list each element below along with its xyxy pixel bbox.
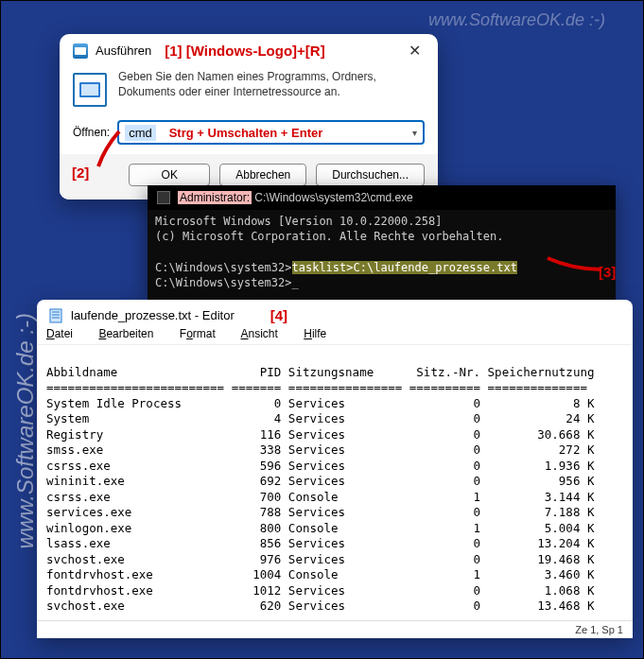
arrow-icon xyxy=(540,249,606,277)
notepad-menubar: Datei Bearbeiten Format Ansicht Hilfe xyxy=(37,327,633,344)
svg-rect-4 xyxy=(81,84,98,95)
open-hint: Strg + Umschalten + Enter xyxy=(169,126,323,140)
menu-ansicht[interactable]: Ansicht xyxy=(240,327,288,340)
menu-format[interactable]: Format xyxy=(180,327,227,340)
close-icon[interactable]: ✕ xyxy=(401,42,428,60)
chevron-down-icon[interactable]: ▾ xyxy=(412,128,417,138)
ok-button[interactable]: OK xyxy=(129,164,210,186)
run-description: Geben Sie den Namen eines Programms, Ord… xyxy=(118,69,425,107)
annotation-2: [2] xyxy=(72,165,89,181)
open-value: cmd xyxy=(125,125,156,141)
notepad-icon xyxy=(48,308,63,323)
watermark: www.SoftwareOK.de :-) xyxy=(428,10,605,30)
notepad-content[interactable]: Abbildname PID Sitzungsname Sitz.-Nr. Sp… xyxy=(37,344,633,620)
notepad-title: laufende_prozesse.txt - Editor xyxy=(71,308,235,322)
menu-hilfe[interactable]: Hilfe xyxy=(304,327,338,340)
arrow-icon xyxy=(91,124,129,171)
cmd-titlebar: Administrator: C:\Windows\system32\cmd.e… xyxy=(148,185,616,210)
annotation-3: [3] xyxy=(599,264,616,280)
run-big-icon xyxy=(73,73,107,107)
svg-rect-2 xyxy=(75,47,86,55)
cmd-window: Administrator: C:\Windows\system32\cmd.e… xyxy=(148,185,616,300)
cmd-title-path: C:\Windows\system32\cmd.exe xyxy=(252,191,413,204)
notepad-window: laufende_prozesse.txt - Editor [4] Datei… xyxy=(37,300,633,638)
run-dialog-title: Ausführen xyxy=(96,43,151,58)
cancel-button[interactable]: Abbrechen xyxy=(219,164,306,186)
browse-button[interactable]: Durchsuchen... xyxy=(316,164,425,186)
annotation-4: [4] xyxy=(270,307,287,323)
open-combobox[interactable]: cmd Strg + Umschalten + Enter ▾ xyxy=(117,120,425,145)
notepad-statusbar: Ze 1, Sp 1 xyxy=(37,620,633,638)
run-dialog: Ausführen [1] [Windows-Logo]+[R] ✕ Geben… xyxy=(60,34,438,199)
cmd-icon xyxy=(157,191,170,204)
menu-datei[interactable]: Datei xyxy=(46,327,84,340)
svg-rect-5 xyxy=(50,309,61,322)
cmd-admin-label: Administrator: xyxy=(178,191,252,204)
watermark: www.SoftwareOK.de :-) xyxy=(12,313,39,548)
annotation-1: [1] [Windows-Logo]+[R] xyxy=(165,43,324,59)
menu-bearbeiten[interactable]: Bearbeiten xyxy=(98,327,165,340)
run-icon xyxy=(73,43,88,59)
